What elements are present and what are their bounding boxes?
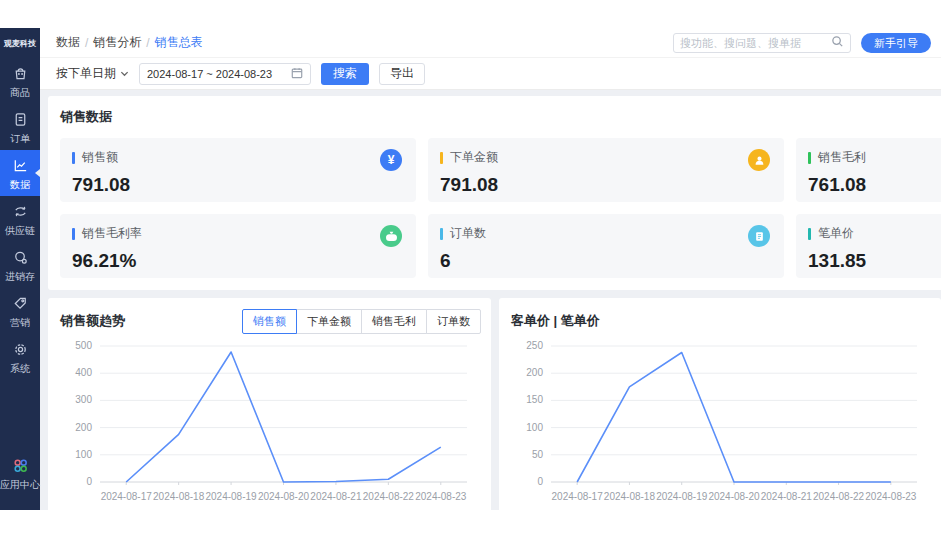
beginner-guide-button[interactable]: 新手引导	[861, 33, 931, 53]
svg-text:2024-08-21: 2024-08-21	[310, 491, 362, 502]
svg-text:2024-08-17: 2024-08-17	[101, 491, 153, 502]
svg-text:100: 100	[75, 449, 92, 460]
sidebar-item-label: 供应链	[5, 225, 35, 236]
accent-bar	[440, 228, 443, 240]
stat-card-order-count: 订单数 6	[428, 214, 784, 278]
tab-gross-profit[interactable]: 销售毛利	[361, 309, 427, 334]
sidebar-item-label: 订单	[10, 133, 30, 144]
sidebar-item-orders[interactable]: 订单	[0, 104, 40, 150]
svg-text:500: 500	[75, 340, 92, 351]
breadcrumb-separator: /	[85, 36, 88, 50]
moneybag-icon	[380, 225, 402, 247]
main-area: 数据 / 销售分析 / 销售总表 新手引导 按下单日期	[40, 28, 941, 510]
order-doc-icon	[12, 111, 29, 130]
sidebar-item-label: 营销	[10, 317, 30, 328]
svg-text:300: 300	[75, 394, 92, 405]
stat-label: 销售额	[82, 149, 118, 166]
price-per-order-panel: 客单价 | 笔单价 0501001502002502024-08-172024-…	[499, 298, 941, 510]
chevron-down-icon	[120, 67, 129, 81]
calendar-icon	[291, 67, 303, 81]
sidebar-item-system[interactable]: 系统	[0, 334, 40, 380]
svg-text:200: 200	[75, 422, 92, 433]
sales-data-panel: 销售数据 销售额 ¥ 791.08 下单金额	[48, 96, 941, 290]
bag-icon	[12, 65, 29, 84]
search-input[interactable]	[680, 37, 831, 49]
user-icon	[748, 149, 770, 171]
tab-order-amount[interactable]: 下单金额	[296, 309, 362, 334]
svg-text:50: 50	[532, 449, 544, 460]
export-button[interactable]: 导出	[379, 63, 425, 85]
stat-value: 96.21%	[72, 250, 404, 272]
stat-card-sales-amount: 销售额 ¥ 791.08	[60, 138, 416, 202]
sidebar-item-inventory[interactable]: 进销存	[0, 242, 40, 288]
sidebar-item-app-center[interactable]: 应用中心	[0, 450, 40, 496]
svg-text:2024-08-17: 2024-08-17	[552, 491, 604, 502]
inventory-icon	[12, 249, 29, 268]
tag-icon	[12, 295, 29, 314]
charts-row: 销售额趋势 销售额 下单金额 销售毛利 订单数 0100200300400500…	[48, 298, 941, 510]
sidebar-item-label: 应用中心	[0, 479, 40, 490]
yen-icon: ¥	[380, 149, 402, 171]
global-search-box[interactable]	[673, 33, 851, 53]
top-header: 数据 / 销售分析 / 销售总表 新手引导	[40, 28, 941, 58]
svg-text:100: 100	[526, 422, 543, 433]
search-button[interactable]: 搜索	[321, 63, 369, 85]
stat-label: 订单数	[450, 225, 486, 242]
date-range-input[interactable]: 2024-08-17 ~ 2024-08-23	[139, 63, 311, 85]
sidebar-item-supply-chain[interactable]: 供应链	[0, 196, 40, 242]
svg-text:2024-08-19: 2024-08-19	[205, 491, 257, 502]
date-type-label: 按下单日期	[56, 65, 116, 82]
sidebar-item-goods[interactable]: 商品	[0, 58, 40, 104]
chart-line-icon	[12, 157, 29, 176]
stat-card-gross-margin: 销售毛利率 96.21%	[60, 214, 416, 278]
document-icon	[748, 225, 770, 247]
svg-text:2024-08-20: 2024-08-20	[708, 491, 760, 502]
sidebar-item-label: 进销存	[5, 271, 35, 282]
stat-card-order-amount: 下单金额 791.08	[428, 138, 784, 202]
brand-logo: 观麦科技	[0, 28, 40, 58]
breadcrumb-item-sales-analysis[interactable]: 销售分析	[93, 34, 141, 51]
stat-card-per-order-price: 笔单价 131.85	[796, 214, 941, 278]
svg-text:0: 0	[86, 476, 92, 487]
date-range-value: 2024-08-17 ~ 2024-08-23	[147, 68, 272, 80]
price-per-order-chart: 0501001502002502024-08-172024-08-182024-…	[511, 334, 931, 506]
svg-text:2024-08-20: 2024-08-20	[258, 491, 310, 502]
stat-value: 6	[440, 250, 772, 272]
svg-text:2024-08-21: 2024-08-21	[761, 491, 813, 502]
svg-text:2024-08-18: 2024-08-18	[604, 491, 656, 502]
sidebar-item-label: 数据	[10, 179, 30, 190]
sidebar-item-data[interactable]: 数据	[0, 150, 40, 196]
accent-bar	[72, 228, 75, 240]
svg-text:2024-08-23: 2024-08-23	[415, 491, 467, 502]
app-window: 观麦科技 商品 订单 数据 供应链 进销存 营销 系统	[0, 28, 941, 510]
search-icon[interactable]	[831, 34, 844, 52]
sidebar-item-marketing[interactable]: 营销	[0, 288, 40, 334]
price-per-order-title: 客单价 | 笔单价	[511, 312, 600, 330]
stat-card-gross-profit: 销售毛利 761.08	[796, 138, 941, 202]
tab-order-count[interactable]: 订单数	[426, 309, 481, 334]
stat-label: 销售毛利率	[82, 225, 142, 242]
tab-sales-amount[interactable]: 销售额	[242, 309, 297, 334]
filter-toolbar: 按下单日期 2024-08-17 ~ 2024-08-23 搜索 导出	[40, 58, 941, 90]
svg-text:200: 200	[526, 367, 543, 378]
breadcrumb-item-data[interactable]: 数据	[56, 34, 80, 51]
accent-bar	[440, 152, 443, 164]
sidebar-item-label: 系统	[10, 363, 30, 374]
accent-bar	[808, 152, 811, 164]
svg-text:400: 400	[75, 367, 92, 378]
content-area: 销售数据 销售额 ¥ 791.08 下单金额	[40, 90, 941, 510]
accent-bar	[72, 152, 75, 164]
svg-text:0: 0	[537, 476, 543, 487]
date-type-dropdown[interactable]: 按下单日期	[56, 65, 129, 82]
stat-label: 下单金额	[450, 149, 498, 166]
app-center-icon	[12, 457, 29, 476]
stat-label: 笔单价	[818, 225, 854, 242]
svg-text:2024-08-22: 2024-08-22	[363, 491, 415, 502]
sidebar: 观麦科技 商品 订单 数据 供应链 进销存 营销 系统	[0, 28, 40, 510]
stat-value: 131.85	[808, 250, 941, 272]
svg-text:2024-08-18: 2024-08-18	[153, 491, 205, 502]
stat-value: 761.08	[808, 174, 941, 196]
breadcrumb: 数据 / 销售分析 / 销售总表	[56, 34, 203, 51]
supply-chain-icon	[12, 203, 29, 222]
svg-text:250: 250	[526, 340, 543, 351]
